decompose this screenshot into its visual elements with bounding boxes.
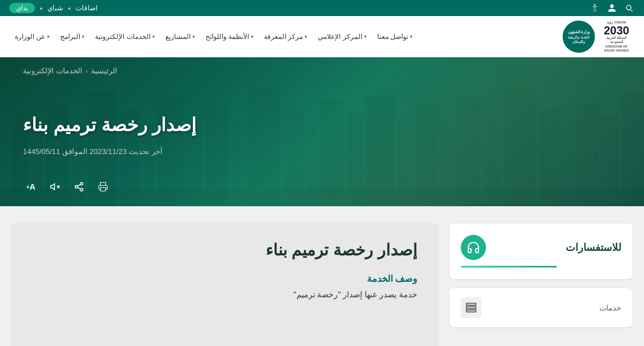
chevron-icon: ▾ xyxy=(364,34,367,40)
user-icon[interactable] xyxy=(606,2,618,14)
navbar: VISION رؤية 2030 المملكة العربية السعودي… xyxy=(0,16,644,57)
svg-point-37 xyxy=(75,186,78,188)
font-size-button[interactable]: A+ xyxy=(23,179,39,195)
hero-section: الرئيسية › الخدمات الإلكترونية إصدار رخص… xyxy=(0,57,644,206)
svg-point-38 xyxy=(80,188,83,191)
chevron-icon: ▾ xyxy=(305,34,307,40)
svg-line-39 xyxy=(77,187,80,189)
nav-contact[interactable]: ▾ تواصل معنا xyxy=(374,30,416,43)
nav-eservices[interactable]: ▾ الخدمات الإلكترونية xyxy=(92,30,158,43)
lang-en[interactable]: اضافات xyxy=(76,4,97,12)
inquiry-icon[interactable] xyxy=(461,235,486,260)
ministry-logo: وزارة الشؤون البلدية والريفية والإسكان xyxy=(563,21,595,53)
svg-text:والإسكان: والإسكان xyxy=(572,40,585,44)
dot2: ● xyxy=(39,5,43,11)
services-card: خدمات xyxy=(449,288,633,327)
audio-button[interactable] xyxy=(47,179,63,195)
nav-knowledge[interactable]: ▾ مركز المعرفة xyxy=(260,30,311,43)
dot1: ● xyxy=(68,5,71,11)
services-label: خدمات xyxy=(599,304,621,312)
svg-point-36 xyxy=(80,183,83,186)
chevron-icon: ▾ xyxy=(410,34,413,40)
hero-date: آخر تحديث 2023/11/23 الموافق 1445/05/11 xyxy=(23,147,163,156)
chevron-icon: ▾ xyxy=(152,34,155,40)
chevron-icon: ▾ xyxy=(82,34,85,40)
inquiry-label: للاستفسارات xyxy=(566,241,621,254)
breadcrumb-section[interactable]: الخدمات الإلكترونية xyxy=(23,66,82,75)
svg-marker-41 xyxy=(51,184,55,190)
top-bar: اضافات ● شباي ● بداي xyxy=(0,0,644,16)
service-desc-text: خدمة يصدر عنها إصدار "رخصة ترميم" xyxy=(32,290,417,299)
brand: VISION رؤية 2030 المملكة العربية السعودي… xyxy=(563,21,633,53)
top-bar-left xyxy=(589,2,635,14)
content-panel: إصدار رخصة ترميم بناء وصف الخدمة خدمة يص… xyxy=(11,223,438,346)
chevron-icon: ▾ xyxy=(192,34,195,40)
inquiry-divider xyxy=(461,266,557,268)
lang-ar[interactable]: شباي xyxy=(48,4,63,12)
svg-rect-46 xyxy=(467,310,476,312)
hero-toolbar: A+ xyxy=(23,179,111,195)
nav-about[interactable]: ▾ عن الوزارة xyxy=(11,30,53,43)
main-content: للاستفسارات خدمات إصدار رخصة ترميم ب xyxy=(0,206,644,346)
breadcrumb-separator: › xyxy=(86,68,88,74)
nav-programs[interactable]: ▾ البرامج xyxy=(57,30,88,43)
svg-text:البلدية والريفية: البلدية والريفية xyxy=(568,36,590,40)
nav-media[interactable]: ▾ المركز الإعلامي xyxy=(314,30,370,43)
inquiry-section: للاستفسارات xyxy=(461,235,621,260)
hero-title: إصدار رخصة ترميم بناء xyxy=(23,114,196,136)
service-desc-label: وصف الخدمة xyxy=(32,273,417,284)
chevron-icon: ▾ xyxy=(47,34,50,40)
top-bar-right: اضافات ● شباي ● بداي xyxy=(9,3,97,13)
services-icon xyxy=(461,297,481,318)
print-button[interactable] xyxy=(95,179,111,195)
vision-logo: VISION رؤية 2030 المملكة العربية السعودي… xyxy=(600,21,633,53)
svg-point-0 xyxy=(594,4,596,6)
sidebar: للاستفسارات خدمات xyxy=(449,223,633,346)
inquiry-card: للاستفسارات xyxy=(449,223,633,279)
svg-rect-44 xyxy=(467,304,476,305)
svg-rect-45 xyxy=(467,306,476,308)
accessibility-icon[interactable] xyxy=(589,2,600,14)
start-button[interactable]: بداي xyxy=(9,3,35,13)
content-title: إصدار رخصة ترميم بناء xyxy=(32,241,417,260)
nav-regulations[interactable]: ▾ الأنظمة واللوائح xyxy=(202,30,257,43)
chevron-icon: ▾ xyxy=(251,34,254,40)
breadcrumb: الرئيسية › الخدمات الإلكترونية xyxy=(0,66,644,75)
nav-links: ▾ عن الوزارة ▾ البرامج ▾ الخدمات الإلكتر… xyxy=(11,30,416,43)
search-icon[interactable] xyxy=(623,2,635,14)
breadcrumb-home[interactable]: الرئيسية xyxy=(91,66,117,75)
nav-projects[interactable]: ▾ المشاريع xyxy=(162,30,199,43)
share-button[interactable] xyxy=(71,179,87,195)
svg-line-40 xyxy=(77,184,80,186)
svg-text:وزارة الشؤون: وزارة الشؤون xyxy=(568,30,591,34)
